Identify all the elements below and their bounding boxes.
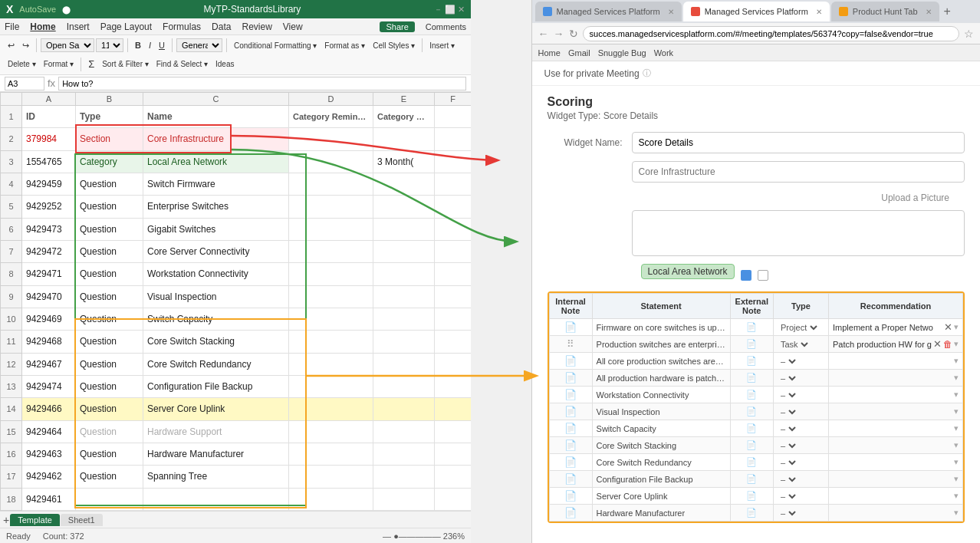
external-note-cell[interactable]: 📄 [730, 387, 773, 403]
external-note-cell[interactable]: 📄 [730, 420, 773, 437]
cell-e3[interactable]: 3 Month( [373, 150, 435, 173]
cell-d1[interactable]: Category Reminder Amount [289, 106, 373, 128]
bookmark-gmail[interactable]: Gmail [568, 48, 590, 58]
col-header-c[interactable]: C [143, 93, 289, 106]
delete-row-button[interactable]: 🗑 [943, 339, 952, 350]
type-cell[interactable]: – [773, 505, 828, 522]
upload-link[interactable]: Upload a Picture [881, 193, 962, 203]
back-button[interactable]: ← [538, 28, 549, 40]
internal-note-cell[interactable]: 📄 [549, 370, 592, 387]
name-box[interactable] [5, 77, 44, 90]
cell-c3[interactable]: Local Area Network [143, 150, 289, 173]
internal-note-cell[interactable]: 📄 [549, 488, 592, 505]
type-cell[interactable]: Task [773, 336, 828, 353]
menu-data[interactable]: Data [212, 21, 231, 32]
cell-c1[interactable]: Name [143, 106, 289, 128]
checkbox-filled[interactable] [741, 270, 751, 281]
insert-button[interactable]: Insert ▾ [426, 40, 458, 51]
sum-button[interactable]: Σ [85, 57, 97, 71]
cell-a3[interactable]: 1554765 [22, 150, 76, 173]
tab-3-close[interactable]: ✕ [926, 8, 932, 16]
menu-page-layout[interactable]: Page Layout [100, 21, 152, 32]
cond-format-button[interactable]: Conditional Formatting ▾ [231, 40, 320, 51]
type-cell[interactable]: – [773, 488, 828, 505]
tab-sheet1[interactable]: Sheet1 [61, 514, 103, 526]
col-header-f[interactable]: F [435, 93, 472, 106]
cell-e1[interactable]: Category Reminder Unit [373, 106, 435, 128]
type-select[interactable]: Task [778, 339, 811, 350]
external-note-cell[interactable]: 📄 [730, 403, 773, 420]
cell-d3[interactable] [289, 150, 373, 173]
menu-formulas[interactable]: Formulas [163, 21, 201, 32]
col-header-d[interactable]: D [289, 93, 373, 106]
ideas-button[interactable]: Ideas [212, 58, 237, 70]
cell-styles-button[interactable]: Cell Styles ▾ [370, 40, 418, 51]
address-input[interactable] [583, 26, 959, 41]
tab-2[interactable]: Managed Services Platform ✕ [683, 2, 830, 21]
internal-note-cell[interactable]: 📄 [549, 319, 592, 336]
tab-template[interactable]: Template [10, 514, 60, 526]
tab-1[interactable]: Managed Services Platform ✕ [535, 2, 682, 21]
cell-a1[interactable]: ID [22, 106, 76, 128]
type-cell[interactable]: – [773, 370, 828, 387]
cell-a2[interactable]: 379984 [22, 128, 76, 150]
chevron-down-icon[interactable]: ▾ [954, 373, 959, 383]
cell-f1[interactable] [435, 106, 472, 128]
type-cell[interactable]: – [773, 437, 828, 454]
internal-note-cell[interactable]: 📄 [549, 454, 592, 471]
type-select[interactable]: – [778, 474, 798, 485]
type-cell[interactable]: – [773, 353, 828, 370]
format-button[interactable]: Format ▾ [41, 58, 77, 70]
cell-c2[interactable]: Core Infrastructure [143, 128, 289, 150]
redo-button[interactable]: ↪ [19, 39, 32, 52]
bookmark-home[interactable]: Home [538, 48, 561, 58]
chevron-down-icon[interactable]: ▾ [954, 390, 959, 400]
chevron-down-icon[interactable]: ▾ [954, 508, 959, 518]
format-select[interactable]: General [176, 38, 222, 52]
type-select[interactable]: – [778, 423, 798, 434]
type-cell[interactable]: – [773, 387, 828, 403]
external-note-cell[interactable]: 📄 [730, 488, 773, 505]
tab-3[interactable]: Product Hunt Tab ✕ [831, 2, 939, 21]
type-cell[interactable]: – [773, 471, 828, 488]
share-button[interactable]: Share [380, 21, 414, 32]
chevron-down-icon[interactable]: ▾ [954, 491, 959, 501]
type-select[interactable]: – [778, 406, 798, 417]
bold-button[interactable]: B [132, 39, 144, 51]
menu-review[interactable]: Review [242, 21, 271, 32]
external-note-cell[interactable]: 📄 [730, 336, 773, 353]
bookmark-button[interactable]: ☆ [964, 28, 974, 40]
chevron-down-icon[interactable]: ▾ [954, 339, 959, 349]
remove-rec-button[interactable]: ✕ [944, 321, 952, 333]
checkbox-empty[interactable] [758, 270, 768, 281]
type-cell[interactable]: – [773, 454, 828, 471]
section-name-input[interactable] [632, 161, 965, 183]
font-size-select[interactable]: 11 [96, 38, 123, 52]
cell-f3[interactable] [435, 150, 472, 173]
internal-note-cell[interactable]: 📄 [549, 420, 592, 437]
type-select[interactable]: – [778, 356, 798, 367]
type-select[interactable]: – [778, 390, 798, 400]
chevron-down-icon[interactable]: ▾ [954, 322, 959, 332]
cell-e2[interactable] [373, 128, 435, 150]
external-note-cell[interactable]: 📄 [730, 437, 773, 454]
format-as-table-button[interactable]: Format as ▾ [321, 40, 368, 51]
description-textarea[interactable] [632, 210, 965, 256]
cell-d2[interactable] [289, 128, 373, 150]
internal-note-cell[interactable]: 📄 [549, 505, 592, 522]
tab-2-close[interactable]: ✕ [816, 8, 822, 16]
chevron-down-icon[interactable]: ▾ [954, 423, 959, 433]
italic-button[interactable]: I [146, 39, 154, 51]
chevron-down-icon[interactable]: ▾ [954, 474, 959, 484]
type-select[interactable]: Project [778, 322, 820, 333]
add-sheet-button[interactable]: + [3, 514, 9, 526]
undo-button[interactable]: ↩ [5, 39, 18, 52]
sort-filter-button[interactable]: Sort & Filter ▾ [99, 58, 152, 70]
type-cell[interactable]: – [773, 403, 828, 420]
external-note-cell[interactable]: 📄 [730, 319, 773, 336]
cell-f2[interactable] [435, 128, 472, 150]
new-tab-button[interactable]: + [941, 5, 954, 18]
internal-note-cell[interactable]: 📄 [549, 387, 592, 403]
chevron-down-icon[interactable]: ▾ [954, 356, 959, 366]
find-select-button[interactable]: Find & Select ▾ [153, 58, 211, 70]
